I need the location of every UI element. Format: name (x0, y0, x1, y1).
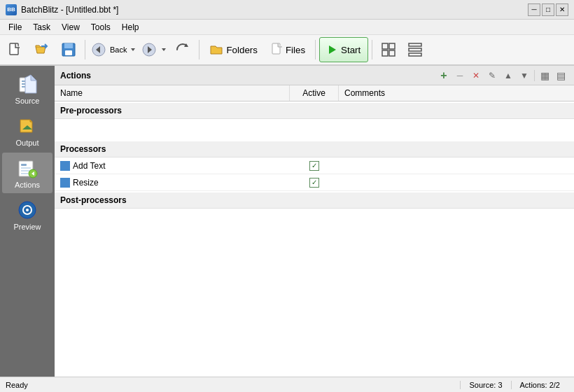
new-button[interactable] (3, 37, 28, 62)
close-button[interactable]: ✕ (556, 4, 568, 16)
files-button[interactable]: Files (265, 37, 312, 62)
panel-header: Actions + ─ ✕ ✎ ▲ ▼ ▦ ▤ (55, 66, 574, 85)
preview-label: Preview (13, 223, 41, 231)
pre-processors-empty (55, 119, 574, 140)
row-resize-active[interactable] (290, 176, 339, 190)
title-controls: ─ □ ✕ (528, 4, 568, 16)
svg-rect-20 (409, 53, 421, 56)
actions-icon (16, 157, 38, 179)
section-processors: Processors (55, 141, 574, 158)
maximize-button[interactable]: □ (542, 4, 554, 16)
status-source: Source: 3 (460, 381, 510, 389)
col-active: Active (290, 85, 339, 101)
svg-rect-4 (65, 50, 72, 55)
resize-icon (60, 178, 70, 188)
folders-button[interactable]: Folders (203, 37, 263, 62)
delete-action-button[interactable]: ✕ (468, 69, 484, 83)
menu-help[interactable]: Help (116, 21, 145, 34)
add-action-button[interactable]: + (436, 69, 451, 83)
svg-marker-7 (131, 48, 135, 51)
back-button[interactable] (89, 37, 108, 62)
toolbar: Back Folders Files (0, 35, 574, 66)
sidebar: Source Output (0, 66, 55, 377)
right-panel: Actions + ─ ✕ ✎ ▲ ▼ ▦ ▤ Name Active Comm… (55, 66, 574, 377)
app-title: BatchBlitz - [Untitled.bbt *] (21, 5, 118, 15)
section-pre-processors: Pre-processors (55, 103, 574, 119)
menu-tools[interactable]: Tools (85, 21, 116, 34)
table-row[interactable]: Add Text (55, 158, 574, 174)
minimize-button[interactable]: ─ (528, 4, 540, 16)
svg-rect-30 (21, 167, 31, 169)
panel-view2-button[interactable]: ▤ (553, 69, 568, 83)
output-label: Output (15, 139, 38, 147)
panel-title: Actions (60, 71, 91, 80)
forward-button[interactable] (139, 37, 159, 62)
save-button[interactable] (56, 37, 81, 62)
sidebar-item-preview[interactable]: Preview (2, 195, 52, 235)
resize-checkbox[interactable] (309, 178, 319, 188)
sidebar-item-source[interactable]: Source (2, 69, 52, 109)
back-group: Back (89, 37, 138, 62)
table-header: Name Active Comments (55, 85, 574, 102)
main-area: Source Output (0, 66, 574, 377)
row-add-text-comments (339, 164, 574, 168)
move-up-button[interactable]: ▲ (500, 69, 516, 83)
source-icon (16, 73, 38, 95)
title-bar: BB BatchBlitz - [Untitled.bbt *] ─ □ ✕ (0, 0, 574, 20)
back-dropdown[interactable] (128, 37, 138, 62)
remove-action-button[interactable]: ─ (452, 69, 468, 83)
forward-group (139, 37, 169, 62)
menu-task[interactable]: Task (27, 21, 56, 34)
output-icon (16, 115, 38, 137)
status-actions: Actions: 2/2 (511, 381, 568, 389)
svg-rect-18 (409, 43, 421, 46)
add-text-icon (60, 161, 70, 171)
forward-dropdown[interactable] (159, 37, 169, 62)
svg-rect-3 (64, 43, 73, 48)
svg-point-37 (26, 209, 29, 211)
view1-button[interactable] (376, 37, 401, 62)
menu-file[interactable]: File (3, 21, 27, 34)
sep-1 (85, 40, 85, 59)
view2-button[interactable] (402, 37, 428, 62)
svg-rect-16 (382, 50, 388, 56)
app-icon: BB (6, 4, 17, 15)
row-resize-name: Resize (55, 176, 290, 190)
svg-rect-29 (21, 164, 27, 166)
panel-toolbar: + ─ ✕ ✎ ▲ ▼ ▦ ▤ (436, 69, 568, 83)
edit-action-button[interactable]: ✎ (484, 69, 500, 83)
svg-rect-14 (382, 43, 388, 49)
svg-rect-17 (389, 50, 395, 56)
row-add-text-active[interactable] (290, 159, 339, 173)
table-content: Pre-processors Processors Add Text (55, 102, 574, 377)
panel-view1-button[interactable]: ▦ (537, 69, 552, 83)
start-button[interactable]: Start (319, 37, 368, 62)
title-bar-left: BB BatchBlitz - [Untitled.bbt *] (6, 4, 118, 15)
back-label: Back (108, 46, 128, 54)
sidebar-item-output[interactable]: Output (2, 111, 52, 151)
table-row[interactable]: Resize (55, 174, 574, 191)
folders-label: Folders (226, 45, 257, 55)
svg-marker-26 (31, 75, 36, 80)
status-sections: Source: 3 Actions: 2/2 (460, 381, 568, 389)
panel-sep (534, 70, 535, 81)
open-button[interactable] (29, 37, 55, 62)
svg-marker-10 (162, 48, 166, 51)
row-add-text-name: Add Text (55, 159, 290, 173)
svg-rect-19 (409, 48, 421, 51)
status-bar: Ready Source: 3 Actions: 2/2 (0, 377, 574, 392)
actions-label: Actions (15, 181, 40, 189)
section-post-processors: Post-processors (55, 192, 574, 209)
menu-bar: File Task View Tools Help (0, 20, 574, 35)
svg-rect-32 (21, 173, 28, 174)
refresh-button[interactable] (170, 37, 195, 62)
menu-view[interactable]: View (56, 21, 85, 34)
files-label: Files (286, 45, 305, 55)
sep-3 (315, 40, 316, 59)
sidebar-item-actions[interactable]: Actions (2, 153, 52, 193)
col-comments: Comments (339, 85, 574, 101)
preview-icon (16, 199, 38, 221)
add-text-checkbox[interactable] (309, 161, 319, 171)
move-down-button[interactable]: ▼ (517, 69, 532, 83)
row-resize-comments (339, 181, 574, 185)
